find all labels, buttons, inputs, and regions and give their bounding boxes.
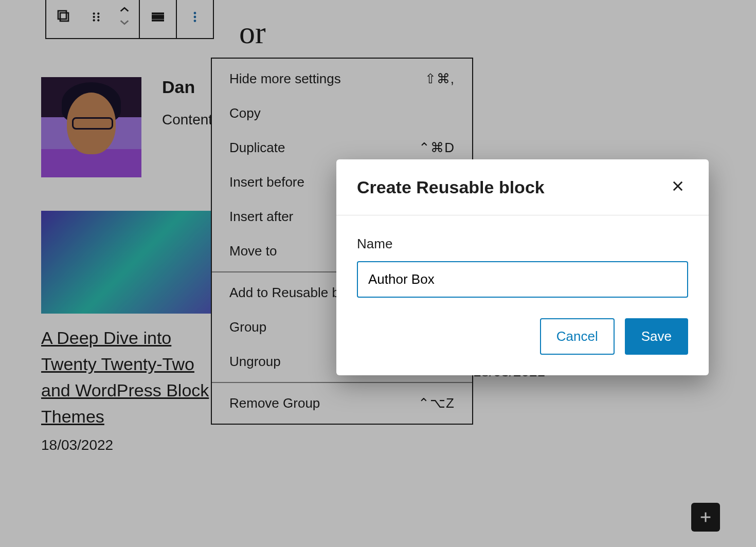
name-input[interactable] [357, 261, 688, 298]
close-icon [671, 179, 685, 193]
modal-title: Create Reusable block [357, 177, 545, 197]
create-reusable-block-modal: Create Reusable block Name Cancel Save [336, 159, 709, 375]
name-field-label: Name [357, 236, 688, 252]
save-button[interactable]: Save [625, 318, 688, 355]
modal-close-button[interactable] [668, 176, 688, 198]
cancel-button[interactable]: Cancel [540, 318, 615, 355]
